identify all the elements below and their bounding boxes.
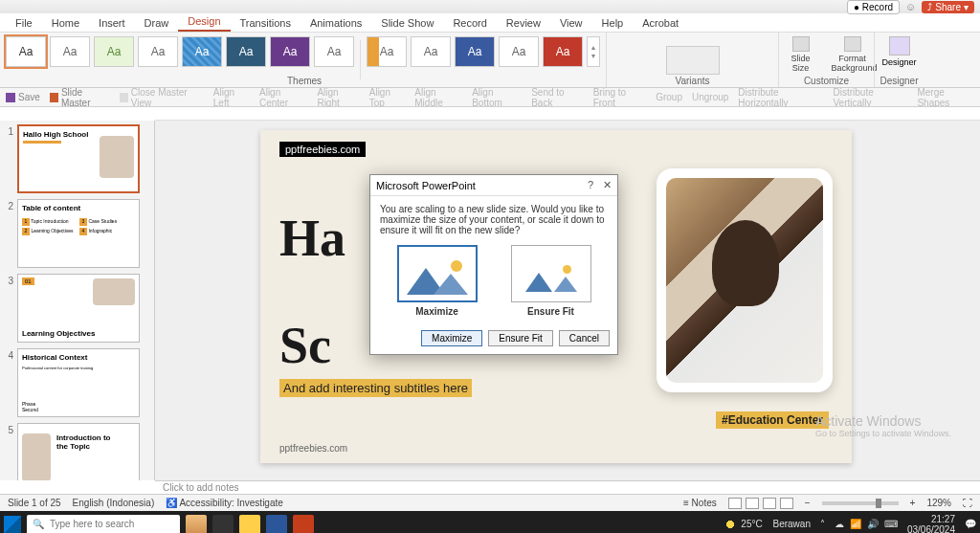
slide-thumbnail[interactable]: Hallo High School: [17, 124, 140, 193]
search-icon: 🔍: [33, 519, 44, 529]
ensure-fit-button[interactable]: Ensure Fit: [488, 330, 553, 346]
normal-view-button[interactable]: [728, 498, 742, 509]
taskbar-app-icon[interactable]: [266, 515, 287, 534]
start-button[interactable]: [4, 516, 21, 533]
slide-badge: #Education Center: [716, 411, 829, 429]
close-icon: [120, 93, 128, 102]
save-button[interactable]: Save: [6, 92, 40, 102]
designer-button[interactable]: [889, 36, 910, 56]
cancel-button[interactable]: Cancel: [559, 330, 610, 346]
taskbar-app-icon[interactable]: [186, 515, 207, 534]
language-indicator[interactable]: English (Indonesia): [73, 498, 155, 508]
task-view-button[interactable]: [212, 515, 234, 534]
ribbon-tabs: File Home Insert Draw Design Transitions…: [0, 13, 980, 33]
ensure-fit-option[interactable]: Ensure Fit: [511, 245, 591, 317]
theme-swatch[interactable]: Aa: [50, 36, 90, 67]
tray-chevron-icon[interactable]: ˄: [820, 519, 825, 529]
format-background-button[interactable]: Format Background: [832, 36, 874, 73]
theme-gallery-more[interactable]: ▴▾: [587, 36, 600, 67]
zoom-out-button[interactable]: −: [805, 498, 811, 508]
dialog-close-button[interactable]: ✕: [603, 179, 612, 191]
quick-access-toolbar: Save Slide Master Close Master View Alig…: [0, 88, 980, 107]
fit-to-window-button[interactable]: ⛶: [963, 498, 972, 508]
variant-swatch[interactable]: [666, 46, 720, 75]
tab-help[interactable]: Help: [592, 14, 634, 32]
variants-group: Variants: [606, 33, 778, 87]
file-explorer-button[interactable]: [239, 515, 260, 534]
bring-front-button: Bring to Front: [593, 87, 647, 108]
theme-swatch[interactable]: Aa: [270, 36, 310, 67]
theme-swatch[interactable]: Aa: [6, 36, 46, 67]
taskbar-search[interactable]: 🔍Type here to search: [27, 515, 180, 534]
theme-swatch[interactable]: Aa: [94, 36, 134, 67]
tab-record[interactable]: Record: [443, 14, 496, 32]
slide-thumbnail[interactable]: Historical Context Professional content …: [17, 348, 140, 417]
notifications-button[interactable]: 💬: [965, 519, 976, 529]
customize-group: Slide Size Format Background Customize: [778, 33, 874, 87]
tab-file[interactable]: File: [6, 14, 42, 32]
record-label: Record: [862, 2, 893, 12]
slide-thumbnail[interactable]: Table of content 1 Topic Introduction 3 …: [17, 199, 140, 268]
customize-group-label: Customize: [804, 76, 849, 86]
tab-draw[interactable]: Draw: [135, 14, 179, 32]
zoom-in-button[interactable]: +: [910, 498, 916, 508]
slide-thumbnail[interactable]: 01 Learning Objectives: [17, 274, 140, 343]
record-button[interactable]: ● Record: [847, 0, 900, 14]
theme-swatch[interactable]: Aa: [499, 36, 539, 67]
watermark-line2: Go to Settings to activate Windows.: [815, 429, 951, 438]
system-tray: ☁ 📶 🔊 ⌨: [835, 519, 898, 529]
zoom-slider[interactable]: [822, 501, 899, 505]
theme-swatch[interactable]: Aa: [455, 36, 495, 67]
align-top-button: Align Top: [369, 87, 406, 108]
wifi-icon[interactable]: 📶: [850, 519, 861, 529]
cloud-icon[interactable]: ☁: [835, 519, 844, 529]
powerpoint-taskbar-icon[interactable]: [293, 515, 314, 534]
slide-size-button[interactable]: Slide Size: [780, 36, 822, 73]
taskbar-clock[interactable]: 21:27 03/06/2024: [907, 514, 955, 534]
theme-swatch[interactable]: Aa: [226, 36, 266, 67]
tab-acrobat[interactable]: Acrobat: [633, 14, 688, 32]
share-button[interactable]: ⤴Share▾: [922, 1, 974, 13]
smiley-icon[interactable]: ☺: [905, 1, 916, 12]
notes-toggle[interactable]: ≡ Notes: [683, 498, 717, 508]
reading-view-button[interactable]: [763, 498, 776, 509]
theme-swatch[interactable]: Aa: [182, 36, 222, 67]
accessibility-status[interactable]: ♿ Accessibility: Investigate: [166, 498, 283, 508]
language-icon[interactable]: ⌨: [884, 519, 898, 529]
share-label: Share: [935, 2, 961, 12]
tab-home[interactable]: Home: [42, 14, 89, 32]
sorter-view-button[interactable]: [746, 498, 759, 509]
slide-size-icon: [792, 36, 810, 52]
tab-slideshow[interactable]: Slide Show: [371, 14, 443, 32]
merge-shapes-button: Merge Shapes: [917, 87, 974, 108]
slide-master-button[interactable]: Slide Master: [50, 87, 110, 108]
slide-size-label: Slide Size: [780, 54, 822, 73]
theme-swatch[interactable]: Aa: [411, 36, 451, 67]
themes-group-label: Themes: [287, 76, 322, 86]
thumb-number: 1: [4, 124, 13, 137]
weather-icon: [724, 518, 737, 531]
dialog-help-button[interactable]: ?: [588, 179, 593, 191]
close-master-button: Close Master View: [120, 87, 204, 108]
theme-swatch[interactable]: Aa: [543, 36, 583, 67]
theme-swatch[interactable]: Aa: [138, 36, 178, 67]
slide-master-icon: [50, 93, 58, 102]
theme-swatch[interactable]: Aa: [314, 36, 354, 67]
notes-pane[interactable]: Click to add notes: [155, 480, 980, 494]
volume-icon[interactable]: 🔊: [867, 519, 879, 529]
designer-button-label: Designer: [875, 57, 924, 67]
tab-review[interactable]: Review: [497, 14, 550, 32]
slide-thumbnail[interactable]: Introduction to the Topic: [17, 423, 140, 480]
tab-view[interactable]: View: [550, 14, 592, 32]
theme-swatch[interactable]: Aa: [367, 36, 407, 67]
zoom-level[interactable]: 129%: [926, 498, 951, 508]
tab-insert[interactable]: Insert: [89, 14, 135, 32]
slideshow-view-button[interactable]: [780, 498, 793, 509]
maximize-option[interactable]: Maximize: [397, 245, 478, 317]
tab-design[interactable]: Design: [178, 12, 230, 32]
maximize-button[interactable]: Maximize: [421, 330, 482, 346]
taskbar-weather[interactable]: 25°C Berawan: [724, 518, 811, 531]
designer-group: Designer Designer: [874, 33, 924, 87]
tab-animations[interactable]: Animations: [301, 14, 371, 32]
tab-transitions[interactable]: Transitions: [231, 14, 301, 32]
